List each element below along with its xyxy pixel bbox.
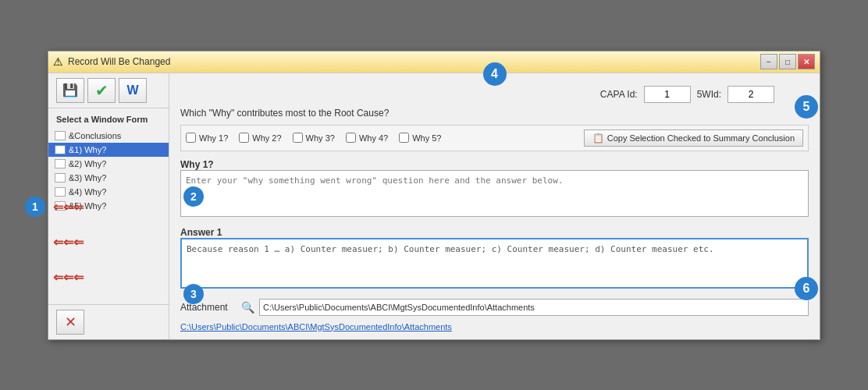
save-button[interactable]: 💾 (56, 78, 84, 103)
badge-1: 1 (25, 197, 45, 217)
why2-checkbox-item[interactable]: Why 2? (239, 133, 281, 143)
capa-row: CAPA Id: 5WId: (180, 86, 809, 103)
attachment-path-input[interactable] (259, 299, 809, 316)
main-content: 4 5 6 2 3 CAPA Id: 5WId: Which "Why" con… (169, 73, 820, 339)
sidebar-item-why4[interactable]: &4) Why? (48, 185, 169, 199)
sidebar-item-label: &4) Why? (69, 187, 106, 197)
why5-checkbox-item[interactable]: Why 5? (399, 133, 441, 143)
why4-checkbox-item[interactable]: Why 4? (346, 133, 388, 143)
badge-4: 4 (483, 62, 507, 86)
fivew-id-input[interactable] (727, 86, 774, 103)
maximize-button[interactable]: □ (779, 54, 796, 69)
attachment-link[interactable]: C:\Users\Public\Documents\ABCI\MgtSysDoc… (180, 322, 809, 332)
why-checkboxes-row: Why 1? Why 2? Why 3? Why 4? (180, 125, 809, 151)
sidebar: Select a Window Form &Conclusions &1) Wh… (48, 108, 169, 304)
word-button[interactable]: W (119, 78, 147, 103)
copy-icon: 📋 (592, 133, 604, 144)
page-icon (55, 173, 66, 183)
why1-section: Why 1? (180, 156, 809, 219)
check-button[interactable]: ✔ (87, 78, 116, 103)
why3-checkbox[interactable] (293, 133, 303, 143)
answer-label: Answer 1 (180, 227, 809, 238)
sidebar-item-label: &5) Why? (69, 201, 106, 211)
sidebar-item-why1[interactable]: &1) Why? (48, 143, 169, 157)
sidebar-item-why3[interactable]: &3) Why? (48, 171, 169, 185)
why2-checkbox-label: Why 2? (252, 133, 281, 143)
window-controls: − □ ✕ (760, 54, 815, 69)
cancel-icon: ✕ (65, 314, 76, 331)
toolbar: 💾 ✔ W (48, 73, 169, 108)
why5-checkbox[interactable] (399, 133, 409, 143)
sidebar-item-label: &3) Why? (69, 173, 106, 183)
why3-checkbox-item[interactable]: Why 3? (293, 133, 335, 143)
copy-selection-button[interactable]: 📋 Copy Selection Checked to Summary Conc… (584, 129, 803, 147)
sidebar-item-conclusions[interactable]: &Conclusions (48, 129, 169, 143)
sidebar-item-why2[interactable]: &2) Why? (48, 157, 169, 171)
page-icon (55, 145, 66, 154)
badge-2: 2 (183, 186, 204, 207)
capa-id-label: CAPA Id: (600, 89, 638, 100)
why3-checkbox-label: Why 3? (306, 133, 335, 143)
sidebar-item-label: &1) Why? (69, 145, 106, 154)
copy-btn-label: Copy Selection Checked to Summary Conclu… (607, 133, 795, 143)
cancel-button[interactable]: ✕ (56, 310, 84, 335)
answer-textarea[interactable] (180, 238, 809, 289)
page-icon (55, 187, 66, 197)
why4-checkbox[interactable] (346, 133, 356, 143)
badge-6: 6 (795, 277, 818, 300)
badge-3: 3 (183, 284, 204, 304)
why5-checkbox-label: Why 5? (412, 133, 441, 143)
root-cause-question: Which "Why" contributes most to the Root… (180, 108, 809, 119)
why-checkboxes: Why 1? Why 2? Why 3? Why 4? (186, 133, 441, 143)
answer-section: Answer 1 (180, 224, 809, 291)
page-icon (55, 201, 66, 211)
capa-id-input[interactable] (644, 86, 691, 103)
why1-textarea[interactable] (180, 170, 809, 217)
why2-checkbox[interactable] (239, 133, 249, 143)
title-bar: ⚠ Record Will Be Changed − □ ✕ (48, 51, 820, 73)
sidebar-item-label: &2) Why? (69, 159, 106, 168)
badge-5: 5 (795, 95, 818, 119)
title-text: Record Will Be Changed (68, 56, 760, 67)
page-icon (55, 131, 66, 140)
why1-checkbox-item[interactable]: Why 1? (186, 133, 228, 143)
page-icon (55, 159, 66, 168)
why1-label: Why 1? (180, 159, 809, 170)
sidebar-label: Select a Window Form (48, 112, 169, 129)
close-button[interactable]: ✕ (798, 54, 815, 69)
bottom-bar: ✕ (48, 304, 169, 339)
why1-checkbox[interactable] (186, 133, 196, 143)
warning-icon: ⚠ (53, 55, 63, 68)
why4-checkbox-label: Why 4? (359, 133, 388, 143)
sidebar-item-label: &Conclusions (69, 131, 121, 140)
attachment-row: Attachment 🔍 (180, 299, 809, 316)
main-window: ⚠ Record Will Be Changed − □ ✕ 💾 ✔ W Sel… (48, 51, 820, 340)
sidebar-item-why5[interactable]: &5) Why? (48, 199, 169, 213)
minimize-button[interactable]: − (760, 54, 777, 69)
why1-checkbox-label: Why 1? (199, 133, 228, 143)
fivew-id-label: 5WId: (697, 89, 721, 100)
attachment-search-icon[interactable]: 🔍 (241, 301, 254, 314)
